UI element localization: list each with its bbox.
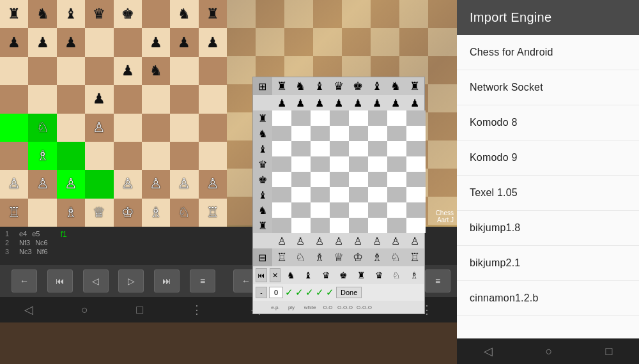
dialog-cell-1-3[interactable] <box>330 126 349 141</box>
dialog-cell-5-5[interactable] <box>368 187 387 202</box>
cell-3-0[interactable] <box>0 85 28 113</box>
ctrl-first-btn[interactable]: ⏮ <box>256 268 267 282</box>
home-btn-right[interactable]: ○ <box>546 345 553 358</box>
dialog-cell-2-0[interactable] <box>272 141 291 156</box>
cell-7-1[interactable] <box>28 199 56 227</box>
side-piece-rook2[interactable]: ♜ <box>253 218 272 233</box>
cell-2-0[interactable] <box>0 57 28 85</box>
piece-black-pawn8[interactable]: ♟ <box>405 95 424 110</box>
side-piece-knight2[interactable]: ♞ <box>253 202 272 218</box>
dialog-cell-2-4[interactable] <box>349 141 368 156</box>
piece-black-bishop[interactable]: ♝ <box>310 77 329 95</box>
dialog-cell-3-4[interactable] <box>349 156 368 172</box>
cell-4-3[interactable]: ♙ <box>85 114 113 142</box>
cell-2-5[interactable]: ♞ <box>142 57 170 85</box>
cell-5-3[interactable] <box>85 142 113 170</box>
cell-3-1[interactable] <box>28 85 56 113</box>
cell-0-6[interactable]: ♞ <box>170 0 198 28</box>
piece-white-knight[interactable]: ♘ <box>291 248 311 266</box>
piece-white-pawn2[interactable]: ♙ <box>291 233 311 248</box>
dialog-cell-0-7[interactable] <box>406 110 426 126</box>
dialog-cell-1-7[interactable] <box>406 126 426 141</box>
piece-white-king[interactable]: ♔ <box>348 248 367 266</box>
cell-2-3[interactable] <box>85 57 113 85</box>
cell-5-4[interactable] <box>114 142 142 170</box>
done-button[interactable]: Done <box>336 287 362 298</box>
cell-1-4[interactable] <box>114 28 142 56</box>
dialog-cell-5-7[interactable] <box>406 187 426 202</box>
piece-white-pawn4[interactable]: ♙ <box>329 233 348 248</box>
dialog-cell-4-0[interactable] <box>272 172 291 187</box>
cell-5-5[interactable] <box>142 142 170 170</box>
piece-black-rook2[interactable]: ♜ <box>405 77 424 95</box>
left-chess-board[interactable]: ♜♞♝♛♚♞♜♟♟♟♟♟♟♟♞♟♘♙♗♙♙♙♙♙♙♙♖♗♕♔♗♘♖ <box>0 0 227 227</box>
cell-4-6[interactable] <box>170 114 198 142</box>
dialog-cell-7-2[interactable] <box>311 218 330 233</box>
cell-1-5[interactable]: ♟ <box>142 28 170 56</box>
piece-black-pawn5[interactable]: ♟ <box>348 95 367 110</box>
mid-nav-menu[interactable]: ≡ <box>425 269 450 292</box>
cell-2-1[interactable] <box>28 57 56 85</box>
cell-0-7[interactable]: ♜ <box>199 0 227 28</box>
cell-6-0[interactable]: ♙ <box>0 170 28 198</box>
cell-0-2[interactable]: ♝ <box>57 0 85 28</box>
cell-5-7[interactable] <box>199 142 227 170</box>
cell-2-6[interactable] <box>170 57 198 85</box>
dialog-cell-0-4[interactable] <box>349 110 368 126</box>
nav-last[interactable]: ⏭ <box>154 269 180 292</box>
dialog-cell-5-6[interactable] <box>387 187 406 202</box>
piece-white-knight2[interactable]: ♘ <box>386 248 405 266</box>
dialog-cell-3-0[interactable] <box>272 156 291 172</box>
cell-2-7[interactable] <box>199 57 227 85</box>
cell-4-1[interactable]: ♘ <box>28 114 56 142</box>
piece-black-knight[interactable]: ♞ <box>291 77 311 95</box>
piece-white-pawn8[interactable]: ♙ <box>405 233 424 248</box>
dialog-cell-3-2[interactable] <box>311 156 330 172</box>
cell-4-2[interactable] <box>57 114 85 142</box>
side-piece-bishop[interactable]: ♝ <box>253 141 272 156</box>
dialog-mini-board[interactable] <box>272 110 426 233</box>
ctrl-piece-2[interactable]: ♝ <box>301 268 316 282</box>
dialog-cell-3-3[interactable] <box>330 156 349 172</box>
nav-left-arrow[interactable]: ← <box>12 269 37 292</box>
recents-btn-left[interactable]: □ <box>136 303 143 317</box>
piece-white-queen[interactable]: ♕ <box>329 248 348 266</box>
ctrl-piece-1[interactable]: ♞ <box>283 268 298 282</box>
check4[interactable]: ✓ <box>316 287 324 298</box>
cell-4-5[interactable] <box>142 114 170 142</box>
cell-0-4[interactable]: ♚ <box>114 0 142 28</box>
dialog-cell-6-5[interactable] <box>368 202 387 218</box>
piece-black-pawn6[interactable]: ♟ <box>367 95 387 110</box>
dialog-cell-4-1[interactable] <box>291 172 311 187</box>
cell-7-6[interactable]: ♘ <box>170 199 198 227</box>
check1[interactable]: ✓ <box>285 287 293 298</box>
dialog-cell-7-0[interactable] <box>272 218 291 233</box>
piece-white-pawn6[interactable]: ♙ <box>367 233 387 248</box>
piece-white-bishop2[interactable]: ♗ <box>367 248 387 266</box>
dialog-cell-1-4[interactable] <box>349 126 368 141</box>
cell-4-4[interactable] <box>114 114 142 142</box>
dialog-cell-6-1[interactable] <box>291 202 311 218</box>
dialog-cell-5-1[interactable] <box>291 187 311 202</box>
dialog-cell-2-2[interactable] <box>311 141 330 156</box>
piece-black-bishop2[interactable]: ♝ <box>367 77 387 95</box>
ctrl-piece-7[interactable]: ♘ <box>389 268 404 282</box>
dialog-cell-0-6[interactable] <box>387 110 406 126</box>
engine-item-5[interactable]: bikjump1.8 <box>457 211 639 246</box>
cell-1-7[interactable]: ♟ <box>199 28 227 56</box>
dialog-cell-4-5[interactable] <box>368 172 387 187</box>
piece-white-pawn7[interactable]: ♙ <box>386 233 405 248</box>
cell-5-0[interactable] <box>0 142 28 170</box>
ctrl-piece-8[interactable]: ♗ <box>406 268 422 282</box>
piece-black-pawn3[interactable]: ♟ <box>310 95 329 110</box>
cell-2-4[interactable]: ♟ <box>114 57 142 85</box>
ctrl-piece-3[interactable]: ♛ <box>319 268 334 282</box>
back-btn-right[interactable]: ◁ <box>484 344 493 358</box>
cell-3-6[interactable] <box>170 85 198 113</box>
nav-menu[interactable]: ≡ <box>190 269 215 292</box>
dialog-cell-6-7[interactable] <box>406 202 426 218</box>
ctrl-piece-4[interactable]: ♚ <box>336 268 351 282</box>
dialog-cell-5-3[interactable] <box>330 187 349 202</box>
engine-item-2[interactable]: Komodo 8 <box>457 105 639 140</box>
piece-black-pawn7[interactable]: ♟ <box>386 95 405 110</box>
